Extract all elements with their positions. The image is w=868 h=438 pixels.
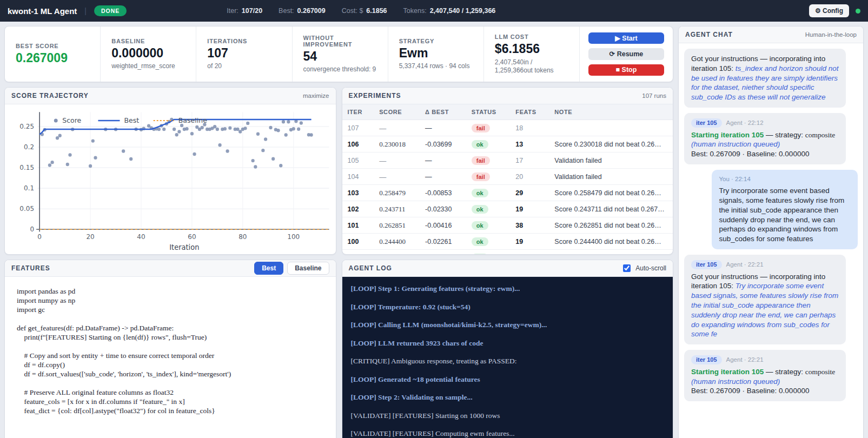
stat-card: ITERATIONS 107of 20 — [196, 26, 292, 82]
status-badge-done: DONE — [94, 5, 127, 16]
tab-best[interactable]: Best — [254, 262, 283, 275]
iter-badge: iter 105 — [691, 355, 722, 364]
status-badge: fail — [472, 172, 490, 181]
panel-title: AGENT LOG — [349, 264, 392, 272]
agent-chat-panel: AGENT CHAT Human-in-the-loop Got your in… — [678, 26, 864, 438]
message-meta: Agent · 22:21 — [726, 356, 764, 364]
experiment-row[interactable]: 107 — — fail 18 — [342, 120, 673, 136]
tab-baseline[interactable]: Baseline — [287, 262, 329, 275]
log-line: [LOOP] Generated ~18 potential features — [351, 375, 665, 384]
svg-text:Score: Score — [62, 116, 81, 124]
message-text: Try incorporate some event based signals… — [719, 186, 851, 244]
agent-log-terminal[interactable]: [LOOP] Step 1: Generating features (stra… — [342, 277, 673, 438]
agent-message: iter 105Agent · 22:12Starting iteration … — [684, 113, 846, 164]
svg-text:40: 40 — [137, 233, 145, 241]
svg-text:0.1: 0.1 — [24, 184, 34, 192]
log-line: [VALIDATE] [FEATURES] Starting on 1000 r… — [351, 412, 665, 420]
column-header: FEATS — [510, 104, 549, 120]
status-badge: fail — [472, 156, 490, 165]
stat-card: BEST SCORE 0.267009 — [5, 26, 101, 82]
features-code: import pandas as pd import numpy as np i… — [17, 287, 333, 438]
status-badge: fail — [472, 124, 490, 132]
config-button[interactable]: ⚙ Config — [809, 4, 849, 17]
svg-text:20: 20 — [86, 233, 94, 241]
stat-card: STRATEGY Ewm5,337,414 rows · 94 cols — [388, 26, 484, 82]
experiment-row[interactable]: 102 0.243711 -0.02330 ok 19 Score 0.2437… — [342, 201, 673, 217]
autoscroll-checkbox[interactable] — [623, 264, 631, 272]
start-button[interactable]: ▶ Start — [588, 32, 664, 44]
experiment-row[interactable]: 103 0.258479 -0.00853 ok 29 Score 0.2584… — [342, 185, 673, 201]
experiment-row[interactable]: 105 — — fail 17 Validation failed — [342, 152, 673, 169]
topbar-stats: Iter:107/20Best:0.267009Cost: $6.1856Tok… — [227, 7, 495, 15]
status-badge: ok — [472, 221, 488, 230]
message-meta: Agent · 22:21 — [726, 261, 764, 269]
agent-log-panel: AGENT LOG Auto-scroll [LOOP] Step 1: Gen… — [342, 260, 674, 438]
stat-card: WITHOUT IMPROVEMENT 54convergence thresh… — [293, 26, 388, 82]
panel-title: FEATURES — [11, 264, 50, 272]
features-tabs: BestBaseline — [254, 262, 329, 275]
log-line: [CRITIQUE] Ambiguous response, treating … — [351, 357, 665, 366]
title-divider: | — [84, 6, 87, 15]
agent-message: Got your instructions — incorporating in… — [684, 49, 846, 108]
chat-message-list[interactable]: Got your instructions — incorporating in… — [679, 43, 863, 438]
svg-text:80: 80 — [238, 233, 247, 241]
svg-text:0.2: 0.2 — [24, 143, 34, 151]
maximize-link[interactable]: maximize — [303, 92, 329, 99]
svg-text:Baseline: Baseline — [178, 116, 207, 124]
svg-text:0: 0 — [37, 233, 42, 241]
topbar-stat: Best:0.267009 — [279, 7, 326, 15]
svg-text:0: 0 — [30, 225, 34, 233]
svg-text:Iteration: Iteration — [169, 243, 199, 251]
stats-summary-bar: BEST SCORE 0.267009BASELINE 0.000000weig… — [4, 26, 673, 82]
panel-title: AGENT CHAT — [685, 31, 733, 38]
svg-text:60: 60 — [188, 233, 196, 241]
column-header: Δ BEST — [420, 104, 466, 120]
log-line: [LOOP] Temperature: 0.92 (stuck=54) — [351, 303, 665, 311]
chat-subtitle: Human-in-the-loop — [805, 31, 857, 38]
column-header: NOTE — [549, 104, 673, 120]
topbar-stat: Iter:107/20 — [227, 7, 262, 15]
message-text: Got your instructions — incorporating in… — [691, 272, 839, 340]
svg-text:0.05: 0.05 — [19, 205, 34, 213]
autoscroll-label: Auto-scroll — [635, 264, 666, 272]
iter-badge: iter 105 — [691, 118, 722, 128]
autoscroll-toggle[interactable]: Auto-scroll — [621, 263, 666, 274]
features-code-scroll[interactable]: import pandas as pd import numpy as np i… — [5, 277, 336, 438]
score-trajectory-panel: SCORE TRAJECTORY maximize 0 0.05 0.1 0.1… — [4, 87, 336, 255]
status-badge: ok — [472, 189, 488, 197]
message-text: Starting iteration 105 — strategy: compo… — [691, 367, 839, 396]
run-control-buttons: ▶ Start⟳ Resume■ Stop — [580, 26, 673, 82]
log-line: [LOOP] Step 1: Generating features (stra… — [351, 284, 665, 293]
message-meta: Agent · 22:12 — [726, 119, 764, 127]
panel-title: EXPERIMENTS — [349, 92, 401, 99]
features-panel: FEATURES BestBaseline import pandas as p… — [4, 260, 336, 438]
log-line: [LOOP] LLM returned 3923 chars of code — [351, 339, 665, 348]
svg-text:100: 100 — [287, 233, 300, 241]
score-trajectory-chart: 0 0.05 0.1 0.15 0.2 0.25 0 20 40 60 80 1… — [5, 104, 336, 254]
column-header: SCORE — [374, 104, 420, 120]
message-meta: You · 22:14 — [719, 175, 750, 183]
experiment-row[interactable]: 106 0.230018 -0.03699 ok 13 Score 0.2300… — [342, 136, 673, 152]
iter-badge: iter 105 — [691, 260, 722, 269]
resume-button[interactable]: ⟳ Resume — [588, 48, 664, 59]
status-badge: ok — [472, 237, 488, 246]
experiment-row[interactable]: 100 0.244400 -0.02261 ok 19 Score 0.2444… — [342, 234, 673, 250]
status-badge: ok — [472, 140, 488, 149]
column-header: ITER — [342, 104, 374, 120]
top-bar: kwont-1 ML Agent | DONE Iter:107/20Best:… — [0, 0, 868, 22]
message-text: Got your instructions — incorporating in… — [691, 54, 839, 102]
topbar-stat: Tokens:2,407,540 / 1,259,366 — [403, 7, 496, 15]
column-header: STATUS — [466, 104, 511, 120]
experiment-row[interactable]: 104 — — fail 20 Validation failed — [342, 169, 673, 185]
experiment-row[interactable]: 99 0.242089 -0.02492 ok 15 Score 0.24208… — [342, 250, 673, 255]
experiment-row[interactable]: 101 0.262851 -0.00416 ok 38 Score 0.2628… — [342, 217, 673, 234]
stop-button[interactable]: ■ Stop — [588, 64, 664, 76]
agent-message: iter 105Agent · 22:21Starting iteration … — [684, 350, 846, 401]
log-line: [VALIDATE] [FEATURES] Computing ewm feat… — [351, 429, 665, 438]
app-title: kwont-1 ML Agent — [8, 6, 77, 16]
log-line: [LOOP] Calling LLM (moonshotai/kimi-k2.5… — [351, 321, 665, 329]
svg-text:0.15: 0.15 — [19, 164, 34, 171]
panel-title: SCORE TRAJECTORY — [11, 92, 89, 99]
experiments-panel: EXPERIMENTS 107 runs ITERSCOREΔ BESTSTAT… — [342, 87, 674, 255]
experiments-table[interactable]: ITERSCOREΔ BESTSTATUSFEATSNOTE 107 — — f… — [342, 104, 673, 254]
